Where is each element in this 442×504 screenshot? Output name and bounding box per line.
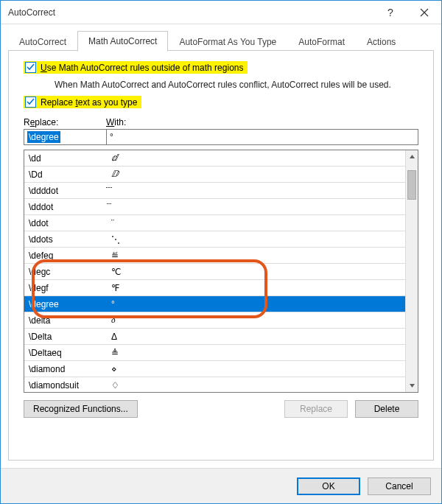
table-row[interactable]: \degree° xyxy=(24,296,405,312)
row-replace-cell: \degree xyxy=(24,299,107,309)
tab-page-math-autocorrect: Use Math AutoCorrect rules outside of ma… xyxy=(8,51,434,461)
with-column-label: With: xyxy=(106,117,126,127)
autocorrect-list: \ddⅆ\Ddⅅ\ddddot⃜\dddot⃛\ddot¨\ddots⋱\def… xyxy=(24,150,418,393)
row-replace-cell: \degc xyxy=(24,267,107,277)
table-row[interactable]: \ddddot⃜ xyxy=(24,183,405,199)
table-row[interactable]: \degc℃ xyxy=(24,264,405,280)
row-replace-cell: \ddots xyxy=(24,234,107,245)
ok-button[interactable]: OK xyxy=(297,477,360,495)
scroll-down-icon[interactable] xyxy=(406,379,418,392)
table-row[interactable]: \diamond⋄ xyxy=(24,361,405,377)
conflict-info-text: When Math AutoCorrect and AutoCorrect ru… xyxy=(55,80,424,90)
tab-math-autocorrect[interactable]: Math AutoCorrect xyxy=(77,31,168,52)
list-button-row: Recognized Functions... Replace Delete xyxy=(24,400,418,418)
row-with-cell: ⃜ xyxy=(107,186,405,196)
row-with-cell: Δ xyxy=(107,332,405,342)
checkbox-replace-as-you-type[interactable] xyxy=(25,97,36,108)
replace-column-label: Replace: xyxy=(24,117,106,127)
highlight: Use Math AutoCorrect rules outside of ma… xyxy=(24,61,248,74)
checkbox-replace-as-you-type-label: Replace text as you type xyxy=(41,97,137,108)
row-with-cell: ⅆ xyxy=(107,153,405,164)
checkbox-use-outside-label: Use Math AutoCorrect rules outside of ma… xyxy=(41,63,243,73)
titlebar: AutoCorrect ? xyxy=(1,1,441,24)
table-row[interactable]: \degf℉ xyxy=(24,280,405,296)
svg-text:?: ? xyxy=(387,7,393,18)
row-with-cell: ♢ xyxy=(107,380,405,391)
tab-actions[interactable]: Actions xyxy=(356,32,407,52)
row-replace-cell: \Delta xyxy=(24,332,107,342)
row-with-cell: ⅅ xyxy=(107,169,405,180)
row-with-cell: ≝ xyxy=(107,251,405,261)
row-replace-cell: \dd xyxy=(24,153,107,164)
dialog-button-bar: OK Cancel xyxy=(1,468,441,503)
row-replace-cell: \ddot xyxy=(24,218,107,228)
table-row[interactable]: \deltaδ xyxy=(24,312,405,329)
recognized-functions-button[interactable]: Recognized Functions... xyxy=(24,400,138,418)
row-with-cell: ⋱ xyxy=(107,234,405,245)
table-row[interactable]: \ddots⋱ xyxy=(24,231,405,248)
replace-input[interactable]: \degree xyxy=(24,129,106,145)
row-replace-cell: \diamondsuit xyxy=(24,380,107,391)
replace-button: Replace xyxy=(284,400,348,418)
cancel-button[interactable]: Cancel xyxy=(368,477,431,495)
row-with-cell: ℃ xyxy=(107,267,405,277)
row-with-cell: ≜ xyxy=(107,348,405,358)
row-replace-cell: \delta xyxy=(24,315,107,326)
highlight: Replace text as you type xyxy=(24,96,141,108)
delete-button[interactable]: Delete xyxy=(355,400,418,418)
tab-autoformat[interactable]: AutoFormat xyxy=(287,32,356,52)
input-row: \degree ° xyxy=(24,129,418,145)
window-title: AutoCorrect xyxy=(1,7,55,18)
checkbox-use-outside[interactable] xyxy=(25,62,36,73)
row-replace-cell: \diamond xyxy=(24,364,107,374)
help-button[interactable]: ? xyxy=(373,1,407,24)
tab-autoformat-as-you-type[interactable]: AutoFormat As You Type xyxy=(168,32,287,52)
table-row[interactable]: \ddot¨ xyxy=(24,215,405,231)
tab-autocorrect[interactable]: AutoCorrect xyxy=(8,32,77,52)
row-with-cell: ¨ xyxy=(107,218,405,228)
with-input-value: ° xyxy=(110,132,113,142)
scroll-thumb[interactable] xyxy=(407,170,416,200)
table-row[interactable]: \DeltaΔ xyxy=(24,329,405,345)
row-replace-cell: \degf xyxy=(24,283,107,293)
row-with-cell: δ xyxy=(107,315,405,326)
replace-input-value: \degree xyxy=(27,131,60,143)
list-body[interactable]: \ddⅆ\Ddⅅ\ddddot⃜\dddot⃛\ddot¨\ddots⋱\def… xyxy=(24,150,405,392)
scrollbar[interactable] xyxy=(405,150,418,392)
row-with-cell: ⋄ xyxy=(107,364,405,374)
close-button[interactable] xyxy=(407,1,441,24)
table-row[interactable]: \diamondsuit♢ xyxy=(24,377,405,392)
row-replace-cell: \Dd xyxy=(24,169,107,180)
client-area: AutoCorrect Math AutoCorrect AutoFormat … xyxy=(1,24,441,468)
table-row[interactable]: \dddot⃛ xyxy=(24,199,405,215)
row-with-cell: ⃛ xyxy=(107,202,405,212)
table-row[interactable]: \defeq≝ xyxy=(24,248,405,264)
with-input[interactable]: ° xyxy=(106,129,418,145)
row-replace-cell: \defeq xyxy=(24,251,107,261)
row-replace-cell: \Deltaeq xyxy=(24,348,107,358)
table-row[interactable]: \ddⅆ xyxy=(24,150,405,167)
autocorrect-dialog: AutoCorrect ? AutoCorrect Math AutoCorre… xyxy=(0,0,442,504)
row-with-cell: ℉ xyxy=(107,283,405,293)
scroll-track[interactable] xyxy=(406,163,418,379)
table-row[interactable]: \Deltaeq≜ xyxy=(24,345,405,361)
row-replace-cell: \ddddot xyxy=(24,186,107,196)
table-row[interactable]: \Ddⅅ xyxy=(24,167,405,183)
scroll-up-icon[interactable] xyxy=(406,150,418,163)
row-replace-cell: \dddot xyxy=(24,202,107,212)
tab-strip: AutoCorrect Math AutoCorrect AutoFormat … xyxy=(8,29,434,51)
row-with-cell: ° xyxy=(107,299,405,309)
column-labels: Replace: With: xyxy=(24,117,424,127)
